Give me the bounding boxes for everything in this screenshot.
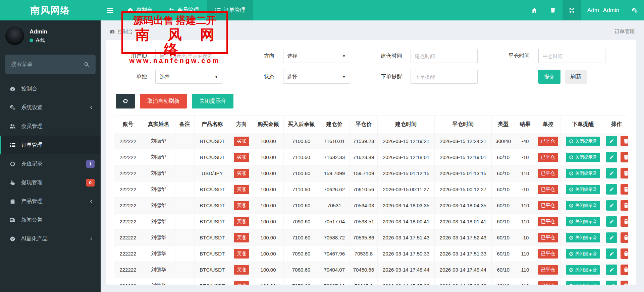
平仓时间-input[interactable] <box>538 49 605 63</box>
建仓时间-input[interactable] <box>411 49 478 63</box>
close-sound-badge[interactable]: 关闭提示音 <box>566 185 600 194</box>
delete-button[interactable] <box>621 184 628 195</box>
sidebar-item-会员管理[interactable]: 会员管理 <box>0 117 101 136</box>
cell-result: -40 <box>515 133 535 149</box>
delete-button[interactable] <box>621 248 628 259</box>
nav-item-订单管理[interactable]: 订单管理 <box>207 0 253 20</box>
状态-select[interactable]: 选择▼ <box>283 70 350 84</box>
edit-button[interactable] <box>606 281 617 285</box>
table-row: 222222 刘德华 BTC/USDT 买涨 100.00 7100.60 70… <box>114 198 628 214</box>
edit-button[interactable] <box>606 216 617 227</box>
delete-button[interactable] <box>621 168 628 178</box>
direction-badge: 买涨 <box>234 137 249 146</box>
users-icon <box>168 7 174 13</box>
close-sound-badge[interactable]: 关闭提示音 <box>566 233 600 242</box>
delete-button[interactable] <box>621 200 628 211</box>
edit-button[interactable] <box>606 184 617 195</box>
breadcrumb[interactable]: 控制台 <box>109 28 133 35</box>
单控-select[interactable]: 选择▼ <box>155 70 222 84</box>
delete-button[interactable] <box>621 265 628 275</box>
close-sound-badge[interactable]: 关闭提示音 <box>566 153 600 162</box>
edit-button[interactable] <box>606 232 617 243</box>
sidebar-item-新闻公告[interactable]: 新闻公告 <box>0 211 101 229</box>
count-badge: 0 <box>86 179 95 187</box>
edit-button[interactable] <box>606 168 617 178</box>
sidebar-item-控制台[interactable]: 控制台 <box>0 79 101 98</box>
cell-type: 60/10 <box>491 198 515 214</box>
close-sound-badge[interactable]: 关闭提示音 <box>566 265 600 275</box>
brand-logo[interactable]: 南风网络 <box>0 0 101 20</box>
delete-button[interactable] <box>621 281 628 285</box>
nav-item-控制台[interactable]: 控制台 <box>119 0 160 20</box>
delete-button[interactable] <box>621 216 628 227</box>
settings-gears-button[interactable] <box>625 0 644 20</box>
filter-buttons: 提交 刷新 <box>499 70 627 84</box>
cell-real-name: 刘德华 <box>142 133 175 149</box>
close-sound-badge[interactable]: 关闭提示音 <box>566 169 600 178</box>
close-sound-badge[interactable]: 关闭提示音 <box>566 137 600 146</box>
page-title: 订单管理 <box>614 28 635 35</box>
menu-search-input[interactable] <box>11 61 84 67</box>
delete-button[interactable] <box>621 136 628 146</box>
filter-group-平仓时间: 平仓时间 <box>499 49 627 63</box>
sidebar-item-系统设置[interactable]: 系统设置 <box>0 98 101 117</box>
nav-item-会员管理[interactable]: 会员管理 <box>160 0 207 20</box>
list-icon <box>9 142 16 148</box>
下单提醒-input[interactable] <box>411 70 478 84</box>
edit-button[interactable] <box>606 248 617 259</box>
closed-position-badge: 已平仓 <box>538 217 558 226</box>
方向-select[interactable]: 选择▼ <box>283 49 350 63</box>
edit-button[interactable] <box>606 136 617 146</box>
filter-label: 用户ID <box>116 53 155 60</box>
filter-form: 用户ID方向选择▼建仓时间平仓时间单控选择▼状态选择▼下单提醒 提交 刷新 <box>106 40 636 86</box>
sidebar-item-充值记录[interactable]: 充值记录1 <box>0 154 101 173</box>
avatar <box>5 26 24 45</box>
cell-remark <box>175 198 195 214</box>
table-row: 222222 刘德华 USD/JPY 买涨 100.00 7100.60 159… <box>114 165 628 181</box>
sidebar-item-订单管理[interactable]: 订单管理 <box>0 136 101 154</box>
fullscreen-button[interactable] <box>562 0 581 20</box>
用户ID-input[interactable] <box>155 49 222 63</box>
column-header-买入后余额: 买入后余额 <box>283 116 319 133</box>
refresh-button[interactable]: 刷新 <box>565 70 587 84</box>
close-sound-button[interactable]: 关闭提示音 <box>192 94 233 108</box>
home-button[interactable] <box>525 0 544 20</box>
close-sound-badge[interactable]: 关闭提示音 <box>566 201 600 210</box>
sidebar-item-产品管理[interactable]: 产品管理 <box>0 192 101 211</box>
cell-product: BTC/USDT <box>195 262 230 278</box>
edit-button[interactable] <box>606 265 617 275</box>
cell-open-price: 71632.33 <box>319 149 350 165</box>
ban-icon <box>569 203 574 208</box>
sidebar-item-提现管理[interactable]: 提现管理0 <box>0 173 101 192</box>
menu-icon <box>106 7 114 14</box>
user-avatar-alt: Adm <box>587 7 599 14</box>
filter-label: 建仓时间 <box>371 53 411 60</box>
delete-button[interactable] <box>621 152 628 162</box>
edit-button[interactable] <box>606 152 617 162</box>
cell-result: -10 <box>515 149 535 165</box>
sidebar-item-AI量化产品[interactable]: AI量化产品 <box>0 229 101 248</box>
close-sound-badge[interactable]: 关闭提示音 <box>566 249 600 259</box>
cell-balance-after: 7100.60 <box>283 230 319 246</box>
close-sound-badge[interactable]: 关闭提示音 <box>566 281 600 285</box>
submit-button[interactable]: 提交 <box>538 70 560 84</box>
cell-open-price: 70467.96 <box>319 246 350 262</box>
close-sound-badge[interactable]: 关闭提示音 <box>566 217 600 226</box>
cell-close-price: 70610.56 <box>350 181 377 198</box>
delete-button[interactable] <box>621 232 628 243</box>
chevron-left-icon <box>87 237 95 241</box>
cell-open-price: 70626.62 <box>319 181 350 198</box>
dashboard-icon <box>127 7 133 13</box>
cell-account: 222222 <box>114 165 142 181</box>
clear-cache-button[interactable] <box>544 0 562 20</box>
refresh-icon-button[interactable] <box>116 94 135 108</box>
cancel-auto-refresh-button[interactable]: 取消自动刷新 <box>140 94 187 108</box>
cell-direction: 买涨 <box>230 149 253 165</box>
cell-close-price: 70450.66 <box>350 262 377 278</box>
table-row: 222222 刘德华 BTC/USDT 买涨 100.00 7100.60 70… <box>114 230 628 246</box>
cell-close-time: 2026-03-14 17:49:44 <box>435 262 492 278</box>
cell-remark <box>175 165 195 181</box>
sidebar-toggle-button[interactable] <box>101 0 119 20</box>
edit-button[interactable] <box>606 200 617 211</box>
user-menu[interactable]: Adm Admin <box>581 0 625 20</box>
